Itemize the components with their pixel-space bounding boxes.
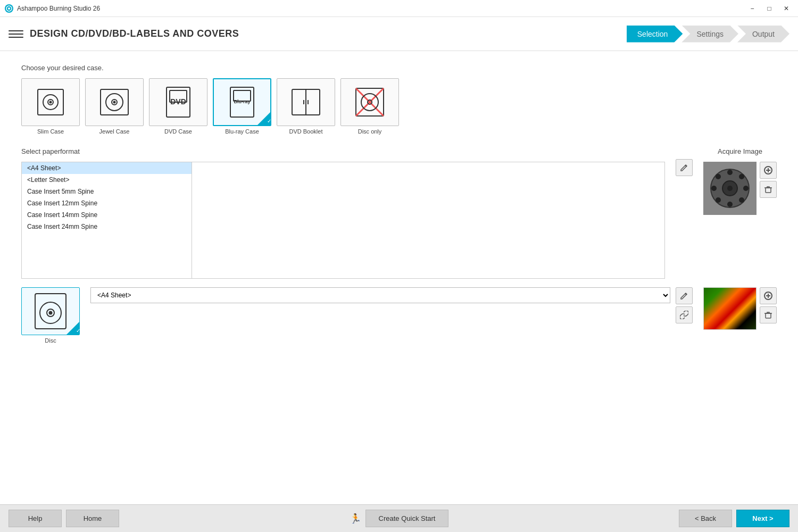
disc-edit-button[interactable] — [676, 287, 693, 304]
acquire-image-label: Acquire Image — [718, 147, 762, 155]
paper-option-a4[interactable]: <A4 Sheet> — [22, 162, 192, 174]
window-controls: − □ ✕ — [745, 3, 794, 14]
menu-button[interactable] — [9, 27, 23, 41]
paper-format-label: Select paperformat — [21, 147, 665, 155]
titlebar: Ashampoo Burning Studio 26 − □ ✕ — [0, 0, 798, 17]
svg-point-2 — [8, 7, 10, 10]
disc-case-icon[interactable] — [21, 287, 80, 335]
acquire-image-section: Acquire Image — [703, 147, 777, 215]
svg-point-10 — [114, 102, 115, 103]
disc-svg — [32, 293, 69, 330]
svg-point-45 — [49, 312, 52, 314]
case-label-slim: Slim Case — [37, 128, 64, 135]
paper-format-list-left[interactable]: <A4 Sheet> <Letter Sheet> Case Insert 5m… — [22, 162, 192, 278]
disc-section: Disc <A4 Sheet> <Letter Sheet> — [21, 287, 777, 344]
minimize-button[interactable]: − — [745, 3, 760, 14]
svg-point-34 — [739, 197, 744, 203]
case-label-dvd: DVD Case — [164, 128, 192, 135]
svg-point-36 — [716, 197, 721, 203]
disc-acquire-buttons — [760, 287, 777, 323]
svg-point-32 — [743, 186, 749, 191]
case-label-disconly: Disc only — [358, 128, 382, 135]
quick-start-icon: 🏃 — [350, 513, 361, 525]
step-output[interactable]: Output — [737, 26, 789, 43]
acquire-delete-button[interactable] — [760, 181, 777, 198]
case-item-booklet[interactable]: DVD Booklet — [277, 78, 335, 135]
case-label-bluray: Blu-ray Case — [225, 128, 259, 135]
svg-rect-40 — [766, 188, 771, 193]
close-button[interactable]: ✕ — [779, 3, 794, 14]
case-label-jewel: Jewel Case — [99, 128, 130, 135]
acquire-image-row — [703, 162, 777, 215]
acquire-image-thumbnail — [703, 162, 757, 215]
paper-option-letter[interactable]: <Letter Sheet> — [22, 174, 192, 186]
help-button[interactable]: Help — [9, 510, 62, 527]
paper-option-24mm[interactable]: Case Insert 24mm Spine — [22, 221, 192, 232]
svg-point-6 — [50, 102, 52, 103]
step-settings[interactable]: Settings — [681, 26, 738, 43]
next-button[interactable]: Next > — [736, 510, 789, 527]
create-quick-start-button[interactable]: Create Quick Start — [365, 510, 449, 527]
acquire-add-button[interactable] — [760, 162, 777, 179]
case-section-label: Choose your desired case. — [21, 64, 777, 72]
selected-checkmark — [257, 112, 270, 125]
case-item-jewel[interactable]: Jewel Case — [85, 78, 144, 135]
case-icon-disconly — [340, 78, 399, 126]
bottom-right-buttons: < Back Next > — [679, 510, 789, 527]
disc-acquire-delete-button[interactable] — [760, 306, 777, 323]
bottom-bar: Help Home 🏃 Create Quick Start < Back Ne… — [0, 504, 798, 532]
disc-link-button[interactable] — [676, 306, 693, 323]
svg-point-30 — [727, 202, 733, 207]
app-icon — [4, 4, 14, 13]
disc-label: Disc — [45, 337, 56, 344]
paper-option-5mm[interactable]: Case Insert 5mm Spine — [22, 186, 192, 197]
paper-format-preview — [192, 162, 664, 278]
paper-option-12mm[interactable]: Case Insert 12mm Spine — [22, 197, 192, 209]
disc-acquire-add-button[interactable] — [760, 287, 777, 304]
toolbar: DESIGN CD/DVD/BD-LABELS AND COVERS Selec… — [0, 17, 798, 51]
paper-edit-button[interactable] — [676, 159, 693, 176]
paper-format-list-container: <A4 Sheet> <Letter Sheet> Case Insert 5m… — [21, 162, 665, 279]
home-button[interactable]: Home — [66, 510, 119, 527]
case-grid: Slim Case Jewel Case DVD — [21, 78, 777, 135]
case-item-slim[interactable]: Slim Case — [21, 78, 80, 135]
disc-acquire-image — [703, 287, 777, 330]
svg-point-35 — [739, 174, 744, 179]
case-icon-slim — [21, 78, 80, 126]
back-button[interactable]: < Back — [679, 510, 732, 527]
svg-point-29 — [727, 170, 733, 175]
case-label-booklet: DVD Booklet — [289, 128, 323, 135]
bottom-center-area: 🏃 Create Quick Start — [119, 510, 679, 527]
disc-selected-checkmark — [66, 322, 79, 335]
paper-option-14mm[interactable]: Case Insert 14mm Spine — [22, 209, 192, 221]
svg-point-28 — [727, 186, 733, 191]
paper-format-area: Select paperformat <A4 Sheet> <Letter Sh… — [21, 147, 665, 279]
case-icon-dvd: DVD — [149, 78, 207, 126]
svg-rect-49 — [766, 313, 771, 318]
svg-point-31 — [711, 186, 717, 191]
disc-dropdown-area: <A4 Sheet> <Letter Sheet> — [90, 287, 670, 303]
disc-right-area: <A4 Sheet> <Letter Sheet> — [90, 287, 693, 323]
svg-point-33 — [716, 174, 721, 179]
disc-image-thumbnail — [703, 287, 757, 330]
paper-edit-icons — [676, 147, 693, 176]
case-icon-booklet — [277, 78, 335, 126]
disc-edit-icons — [676, 287, 693, 323]
case-item-disconly[interactable]: Disc only — [340, 78, 399, 135]
steps-nav: Selection Settings Output — [627, 26, 789, 43]
maximize-button[interactable]: □ — [762, 3, 777, 14]
disc-dropdown[interactable]: <A4 Sheet> <Letter Sheet> — [90, 287, 670, 303]
disc-icon-area: Disc — [21, 287, 80, 344]
case-item-bluray[interactable]: Blu-ray Blu-ray Case — [213, 78, 271, 135]
step-selection[interactable]: Selection — [627, 26, 683, 43]
case-icon-bluray: Blu-ray — [213, 78, 271, 126]
acquire-image-buttons — [760, 162, 777, 198]
case-item-dvd[interactable]: DVD DVD Case — [149, 78, 207, 135]
film-reel-icon — [709, 167, 751, 210]
bottom-left-buttons: Help Home — [9, 510, 119, 527]
window-title: Ashampoo Burning Studio 26 — [17, 5, 745, 12]
paper-format-section: Select paperformat <A4 Sheet> <Letter Sh… — [21, 147, 777, 279]
case-icon-jewel — [85, 78, 144, 126]
main-content: Choose your desired case. Slim Case — [0, 51, 798, 504]
page-title: DESIGN CD/DVD/BD-LABELS AND COVERS — [30, 28, 627, 39]
